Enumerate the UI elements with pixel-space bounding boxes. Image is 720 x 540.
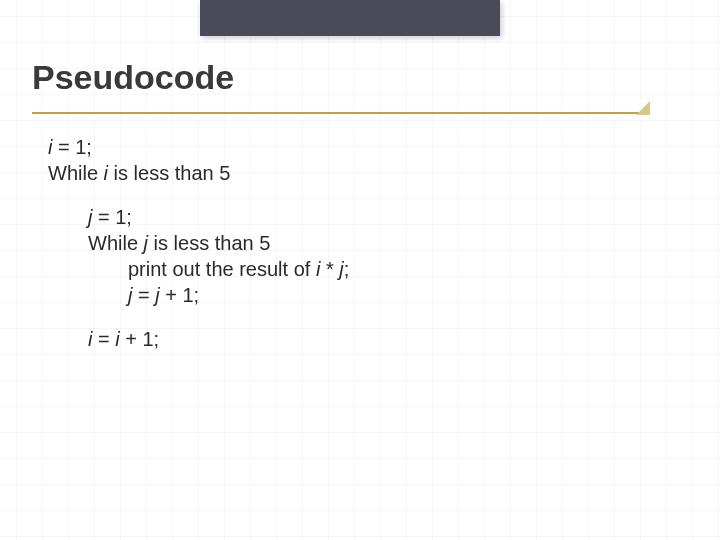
top-accent-block [200, 0, 500, 36]
text: While [88, 232, 144, 254]
code-line-7: i = i + 1; [48, 326, 349, 352]
text: is less than 5 [148, 232, 270, 254]
code-line-6: j = j + 1; [48, 282, 349, 308]
text: = 1; [92, 206, 131, 228]
slide-title: Pseudocode [32, 58, 660, 105]
blank-line [48, 308, 349, 326]
code-line-3: j = 1; [48, 204, 349, 230]
title-underline [32, 112, 650, 114]
text: * [320, 258, 339, 280]
text: ; [344, 258, 350, 280]
text: + 1; [160, 284, 199, 306]
text: is less than 5 [108, 162, 230, 184]
corner-fold-icon [636, 101, 650, 115]
text: = [132, 284, 155, 306]
pseudocode-block: i = 1; While i is less than 5 j = 1; Whi… [48, 134, 349, 352]
text: = [92, 328, 115, 350]
code-line-5: print out the result of i * j; [48, 256, 349, 282]
text: print out the result of [128, 258, 316, 280]
text: + 1; [120, 328, 159, 350]
slide: Pseudocode i = 1; While i is less than 5… [0, 0, 720, 540]
code-line-2: While i is less than 5 [48, 160, 349, 186]
corner-fold-shadow [650, 101, 664, 115]
blank-line [48, 186, 349, 204]
text: While [48, 162, 104, 184]
code-line-1: i = 1; [48, 134, 349, 160]
code-line-4: While j is less than 5 [48, 230, 349, 256]
text: = 1; [52, 136, 91, 158]
